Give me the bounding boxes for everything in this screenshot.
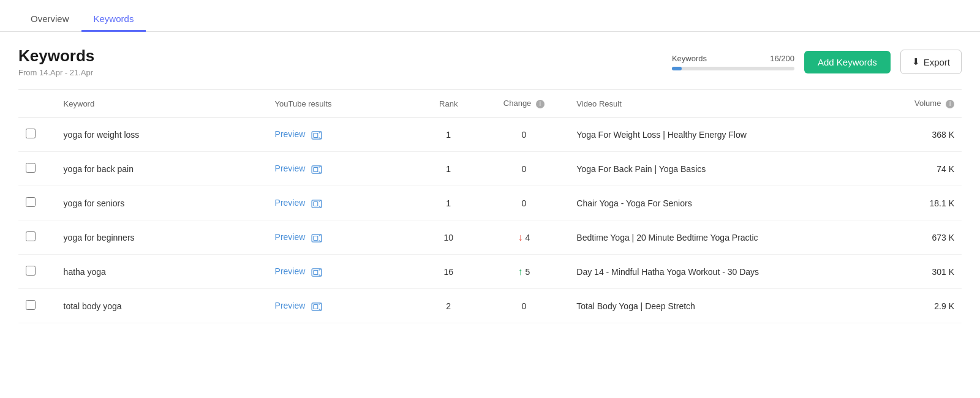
row-keyword: total body yoga <box>56 289 268 323</box>
change-value: 0 <box>522 301 527 311</box>
row-rank: 1 <box>418 118 479 152</box>
row-checkbox-cell <box>18 186 56 220</box>
table-row: total body yogaPreview 20Total Body Yoga… <box>18 289 962 323</box>
arrow-down-icon: ↓ <box>518 232 523 243</box>
row-volume: 2.9 K <box>886 289 962 323</box>
page-header: Keywords From 14.Apr - 21.Apr Keywords 1… <box>0 32 980 89</box>
row-checkbox-cell <box>18 289 56 323</box>
row-youtube-results: Preview <box>268 220 418 255</box>
preview-icon <box>311 200 322 208</box>
row-volume: 301 K <box>886 255 962 289</box>
table-header-row: Keyword YouTube results Rank Change i Vi… <box>18 90 962 118</box>
preview-icon <box>311 234 322 242</box>
col-header-volume: Volume i <box>886 90 962 118</box>
row-checkbox[interactable] <box>26 231 36 241</box>
row-keyword: yoga for seniors <box>56 186 268 220</box>
row-youtube-results: Preview <box>268 289 418 323</box>
row-video-result: Total Body Yoga | Deep Stretch <box>569 289 886 323</box>
row-rank: 10 <box>418 220 479 255</box>
row-video-result: Yoga For Weight Loss | Healthy Energy Fl… <box>569 118 886 152</box>
row-volume: 368 K <box>886 118 962 152</box>
row-keyword: yoga for weight loss <box>56 118 268 152</box>
row-checkbox[interactable] <box>26 300 36 310</box>
download-icon: ⬇ <box>912 56 920 67</box>
preview-icon <box>311 268 322 277</box>
row-youtube-results: Preview <box>268 255 418 289</box>
table-row: yoga for weight lossPreview 10Yoga For W… <box>18 118 962 152</box>
keywords-table-container: Keyword YouTube results Rank Change i Vi… <box>0 89 980 323</box>
row-change: ↓4 <box>478 220 569 255</box>
preview-icon <box>311 131 322 140</box>
svg-rect-5 <box>314 167 318 171</box>
row-youtube-results: Preview <box>268 186 418 220</box>
keywords-progress-bar-bg <box>672 67 794 70</box>
row-checkbox[interactable] <box>26 129 36 138</box>
preview-link[interactable]: Preview <box>275 266 323 276</box>
table-row: yoga for beginnersPreview 10↓4Bedtime Yo… <box>18 220 962 255</box>
tab-keywords[interactable]: Keywords <box>81 7 146 32</box>
row-checkbox[interactable] <box>26 266 36 276</box>
change-value: 5 <box>526 267 530 277</box>
row-change: 0 <box>478 289 569 323</box>
add-keywords-button[interactable]: Add Keywords <box>804 51 891 73</box>
table-row: yoga for seniorsPreview 10Chair Yoga - Y… <box>18 186 962 220</box>
col-header-video: Video Result <box>569 90 886 118</box>
change-info-icon[interactable]: i <box>536 100 545 108</box>
keywords-counter-value: 16/200 <box>770 54 794 63</box>
keywords-progress-bar-fill <box>672 67 682 70</box>
row-checkbox-cell <box>18 152 56 186</box>
row-checkbox[interactable] <box>26 163 36 173</box>
row-video-result: Yoga For Back Pain | Yoga Basics <box>569 152 886 186</box>
preview-link[interactable]: Preview <box>275 129 323 139</box>
row-checkbox-cell <box>18 220 56 255</box>
row-video-result: Bedtime Yoga | 20 Minute Bedtime Yoga Pr… <box>569 220 886 255</box>
row-rank: 16 <box>418 255 479 289</box>
change-value: 0 <box>522 198 527 208</box>
export-button[interactable]: ⬇ Export <box>900 50 962 74</box>
row-volume: 18.1 K <box>886 186 962 220</box>
row-keyword: yoga for back pain <box>56 152 268 186</box>
row-youtube-results: Preview <box>268 152 418 186</box>
keywords-counter: Keywords 16/200 <box>672 54 794 70</box>
keywords-counter-label: Keywords <box>672 54 707 63</box>
row-video-result: Day 14 - Mindful Hatha Yoga Workout - 30… <box>569 255 886 289</box>
preview-link[interactable]: Preview <box>275 198 323 208</box>
svg-rect-13 <box>314 236 318 240</box>
col-header-youtube: YouTube results <box>268 90 418 118</box>
date-range: From 14.Apr - 21.Apr <box>18 68 94 77</box>
row-checkbox[interactable] <box>26 197 36 207</box>
svg-rect-17 <box>314 270 318 274</box>
arrow-up-icon: ↑ <box>518 266 523 277</box>
change-value: 0 <box>522 130 527 140</box>
change-value: 0 <box>522 164 527 174</box>
svg-rect-1 <box>314 133 318 137</box>
row-volume: 74 K <box>886 152 962 186</box>
preview-link[interactable]: Preview <box>275 301 323 310</box>
svg-rect-21 <box>314 304 318 309</box>
page-title: Keywords <box>18 47 94 66</box>
col-header-change: Change i <box>478 90 569 118</box>
volume-info-icon[interactable]: i <box>946 100 954 108</box>
svg-rect-9 <box>314 201 318 206</box>
table-row: hatha yogaPreview 16↑5Day 14 - Mindful H… <box>18 255 962 289</box>
row-keyword: yoga for beginners <box>56 220 268 255</box>
preview-link[interactable]: Preview <box>275 232 323 242</box>
row-rank: 1 <box>418 186 479 220</box>
row-change: 0 <box>478 152 569 186</box>
row-rank: 2 <box>418 289 479 323</box>
row-video-result: Chair Yoga - Yoga For Seniors <box>569 186 886 220</box>
keywords-table: Keyword YouTube results Rank Change i Vi… <box>18 89 962 323</box>
preview-link[interactable]: Preview <box>275 163 323 173</box>
row-checkbox-cell <box>18 255 56 289</box>
row-volume: 673 K <box>886 220 962 255</box>
row-change: ↑5 <box>478 255 569 289</box>
tab-overview[interactable]: Overview <box>18 7 81 32</box>
tab-bar: Overview Keywords <box>0 0 980 32</box>
row-keyword: hatha yoga <box>56 255 268 289</box>
row-change: 0 <box>478 186 569 220</box>
preview-icon <box>311 165 322 174</box>
col-header-rank: Rank <box>418 90 479 118</box>
change-value: 4 <box>526 233 530 242</box>
col-header-keyword: Keyword <box>56 90 268 118</box>
row-rank: 1 <box>418 152 479 186</box>
